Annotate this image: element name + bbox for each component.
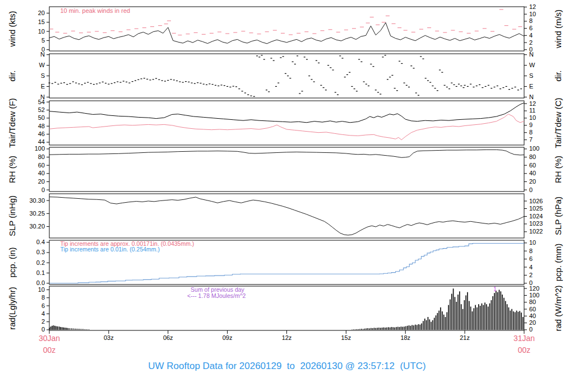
ytick-right-tair: 10 <box>529 114 536 121</box>
ytick-left-rh: 100 <box>35 145 45 152</box>
x-start-hour: 00z <box>43 346 56 354</box>
ytick-right-rad: 120 <box>529 285 539 292</box>
ytick-left-tair: 46 <box>38 130 45 137</box>
panel-dir: NESWNNESWNdir.dir. <box>7 51 563 100</box>
axis-label-right-tair: Tair/Tdew (C) <box>553 97 563 148</box>
ytick-right-rad: 20 <box>529 319 536 326</box>
annotation-rad: 1 <box>493 286 497 292</box>
xtick-label: 03z <box>104 334 114 341</box>
ytick-left-pcp: 0.2 <box>36 259 45 266</box>
xtick-label: 06z <box>163 334 173 341</box>
ytick-left-rad: 2 <box>41 318 45 325</box>
ytick-right-dir: N <box>529 94 534 100</box>
ytick-right-slp: 1024 <box>529 213 543 220</box>
panel-tair: 444648505254789101112Tair/Tdew (F)Tair/T… <box>7 97 563 148</box>
uw-rooftop-weather-plot: 05101520024681012wind (kts)wind (m/s)10 … <box>0 0 574 392</box>
plot-title: UW Rooftop Data for 20260129 to 20260130… <box>0 361 574 372</box>
ytick-left-slp: 30.20 <box>29 223 45 230</box>
ytick-left-pcp: 0.3 <box>36 249 45 255</box>
ytick-right-slp: 1023 <box>529 220 543 227</box>
x-axis: 03z06z09z12z15z18z21z30Jan00z31Jan00z <box>39 330 535 354</box>
ytick-left-rh: 40 <box>38 170 45 176</box>
ytick-right-pcp: 8 <box>529 248 533 254</box>
xtick-label: 18z <box>400 334 410 341</box>
ytick-right-rad: 0 <box>529 326 533 333</box>
panel-rad: 0246810020406080100120rad(Lgly/hr)rad (W… <box>7 285 563 333</box>
ytick-right-pcp: 4 <box>529 264 533 270</box>
ytick-left-dir: E <box>41 83 45 90</box>
xtick-label: 21z <box>460 334 470 341</box>
ytick-right-rad: 60 <box>529 306 536 312</box>
ytick-left-rh: 20 <box>38 178 45 185</box>
ytick-left-rad: 6 <box>41 302 45 309</box>
ytick-right-tair: 8 <box>529 129 533 136</box>
axis-label-left-rad: rad(Lgly/hr) <box>7 287 17 330</box>
ytick-right-tair: 9 <box>529 122 533 128</box>
ytick-left-tair: 44 <box>38 138 45 145</box>
axis-label-right-slp: SLP (hPa) <box>553 197 563 235</box>
ytick-left-slp: 30.30 <box>29 197 45 204</box>
xtick-label: 09z <box>223 334 233 341</box>
ytick-right-slp: 1022 <box>529 228 543 235</box>
ytick-right-slp: 1025 <box>529 205 543 212</box>
ytick-left-pcp: 0.4 <box>36 239 45 245</box>
ytick-right-wind: 10 <box>529 11 536 17</box>
ytick-right-rh: 80 <box>529 153 536 160</box>
xtick-label: 15z <box>341 334 351 341</box>
ytick-right-pcp: 10 <box>529 239 536 246</box>
axis-label-right-pcp: pcp. (mm) <box>553 244 563 282</box>
ytick-left-rad: 8 <box>41 294 45 301</box>
ytick-right-wind: 4 <box>529 32 533 39</box>
annotation-rad: <--- 1.78 MJoules/m^2 <box>187 292 246 299</box>
ytick-left-dir: W <box>39 62 45 68</box>
x-start-date: 30Jan <box>39 334 60 343</box>
axis-label-left-tair: Tair/Tdew (F) <box>7 98 17 147</box>
ytick-right-wind: 6 <box>529 25 533 31</box>
ytick-left-dir: N <box>40 51 45 58</box>
ytick-left-tair: 52 <box>38 106 45 113</box>
axis-label-left-pcp: pcp. (in) <box>7 247 17 277</box>
ytick-right-tair: 12 <box>529 100 536 107</box>
panel-pcp: 0.00.10.20.30.40246810pcp. (in)pcp. (mm)… <box>7 239 563 286</box>
ytick-left-rh: 60 <box>38 162 45 169</box>
panel-rh: 020406080100020406080100RH (%)RH (%) <box>7 145 563 193</box>
panel-wind: 05101520024681012wind (kts)wind (m/s)10 … <box>7 3 563 53</box>
axis-label-right-rh: RH (%) <box>553 156 563 183</box>
plot-canvas: 05101520024681012wind (kts)wind (m/s)10 … <box>0 0 574 392</box>
ytick-right-pcp: 2 <box>529 272 533 278</box>
ytick-right-tair: 7 <box>529 136 533 143</box>
ytick-left-tair: 50 <box>38 114 45 121</box>
ytick-left-wind: 15 <box>38 18 45 25</box>
ytick-right-rad: 80 <box>529 298 536 305</box>
ytick-left-rh: 0 <box>41 186 45 193</box>
ytick-left-wind: 20 <box>38 10 45 16</box>
ytick-left-slp: 30.25 <box>29 210 45 217</box>
axis-label-left-slp: SLP (inHg) <box>7 195 17 236</box>
xtick-label: 12z <box>282 334 292 341</box>
axis-label-left-dir: dir. <box>7 70 17 81</box>
ytick-right-dir: N <box>529 51 534 58</box>
ytick-right-rh: 60 <box>529 162 536 169</box>
ytick-right-pcp: 6 <box>529 255 533 262</box>
axis-label-right-wind: wind (m/s) <box>553 10 563 49</box>
annotation-pcp: Tip increments are 0.01in. (0.254mm.) <box>60 246 160 253</box>
axis-label-left-rh: RH (%) <box>7 156 17 183</box>
x-end-hour: 00z <box>518 346 531 354</box>
ytick-right-rh: 100 <box>529 145 539 152</box>
ytick-right-tair: 11 <box>529 107 535 114</box>
ytick-left-rad: 10 <box>38 286 45 293</box>
ytick-right-dir: S <box>529 72 533 79</box>
ytick-left-dir: S <box>41 72 45 79</box>
ytick-right-slp: 1026 <box>529 198 543 204</box>
ytick-right-wind: 12 <box>529 3 536 10</box>
axis-label-right-rad: rad (W/m^2) <box>553 285 563 331</box>
ytick-left-wind: 5 <box>41 37 45 44</box>
ytick-left-rad: 0 <box>41 326 45 333</box>
ytick-right-rad: 40 <box>529 312 536 319</box>
axis-label-left-wind: wind (kts) <box>7 11 17 47</box>
ytick-left-pcp: 0.0 <box>36 279 45 286</box>
ytick-right-rh: 20 <box>529 178 536 185</box>
ytick-left-rad: 4 <box>41 310 45 317</box>
ytick-right-wind: 2 <box>529 39 533 46</box>
ytick-left-tair: 48 <box>38 123 45 129</box>
